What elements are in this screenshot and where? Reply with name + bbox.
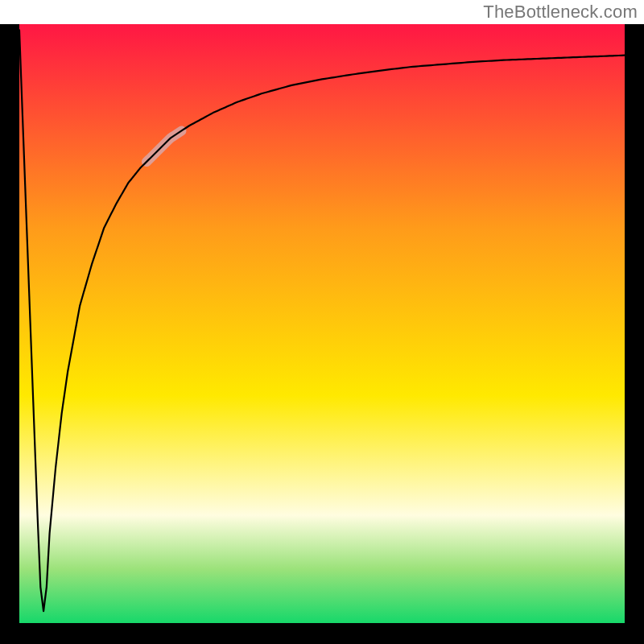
chart-stage: TheBottleneck.com [0, 0, 644, 644]
bottleneck-curve-chart [0, 0, 644, 644]
plot-area [19, 24, 625, 623]
watermark-text: TheBottleneck.com [483, 2, 638, 23]
